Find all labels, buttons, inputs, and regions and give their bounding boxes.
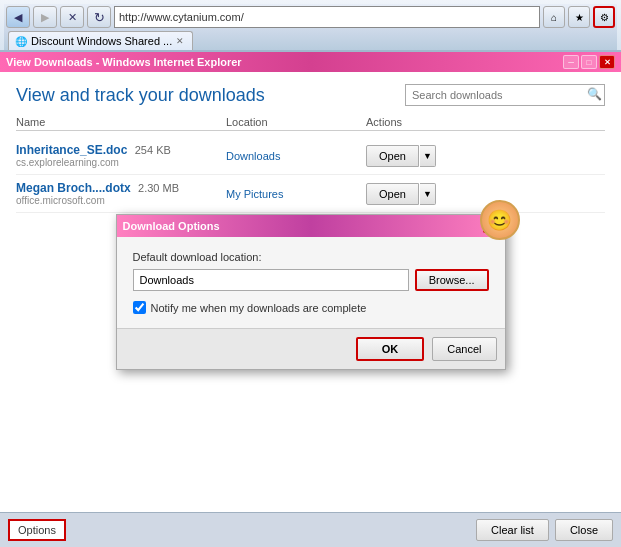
- dialog-title: Download Options: [123, 220, 220, 232]
- bottom-bar: Options Clear list Close: [0, 512, 621, 547]
- dialog-titlebar: Download Options ✕ 😊: [117, 215, 505, 237]
- notify-checkbox[interactable]: [133, 301, 146, 314]
- address-bar[interactable]: [114, 6, 540, 28]
- browser-topbar: ◀ ▶ ✕ ↻ ⌂ ★ ⚙ 🌐 Discount Windows Shared …: [0, 0, 621, 50]
- browse-button[interactable]: Browse...: [415, 269, 489, 291]
- inner-window-title: View Downloads - Windows Internet Explor…: [6, 56, 242, 68]
- stop-button[interactable]: ✕: [60, 6, 84, 28]
- inner-titlebar: View Downloads - Windows Internet Explor…: [0, 52, 621, 72]
- dialog-path-input[interactable]: [133, 269, 409, 291]
- downloads-area: View and track your downloads 🔍 Name Loc…: [0, 72, 621, 512]
- inner-close-button[interactable]: ✕: [599, 55, 615, 69]
- checkbox-row: Notify me when my downloads are complete: [133, 301, 489, 314]
- options-button[interactable]: Options: [8, 519, 66, 541]
- bottom-right-actions: Clear list Close: [476, 519, 613, 541]
- gear-button[interactable]: ⚙: [593, 6, 615, 28]
- tab-bar: 🌐 Discount Windows Shared ... ✕: [4, 31, 617, 50]
- tab-close-icon[interactable]: ✕: [176, 36, 184, 46]
- browser-tab[interactable]: 🌐 Discount Windows Shared ... ✕: [8, 31, 193, 50]
- browser-window: ◀ ▶ ✕ ↻ ⌂ ★ ⚙ 🌐 Discount Windows Shared …: [0, 0, 621, 547]
- refresh-button[interactable]: ↻: [87, 6, 111, 28]
- dialog-title-area: Download Options: [123, 220, 220, 232]
- ok-button[interactable]: OK: [356, 337, 425, 361]
- dialog-body: Default download location: Browse... Not…: [117, 237, 505, 328]
- dialog-overlay: Download Options ✕ 😊 Default download lo…: [0, 72, 621, 512]
- inner-minimize-button[interactable]: ─: [563, 55, 579, 69]
- dialog-location-label: Default download location:: [133, 251, 489, 263]
- ie-inner-window: View Downloads - Windows Internet Explor…: [0, 50, 621, 547]
- dialog-avatar: 😊: [480, 200, 520, 240]
- notify-label: Notify me when my downloads are complete: [151, 302, 367, 314]
- clear-list-button[interactable]: Clear list: [476, 519, 549, 541]
- nav-bar: ◀ ▶ ✕ ↻ ⌂ ★ ⚙: [4, 4, 617, 31]
- close-button[interactable]: Close: [555, 519, 613, 541]
- tab-label: Discount Windows Shared ...: [31, 35, 172, 47]
- back-button[interactable]: ◀: [6, 6, 30, 28]
- tab-favicon: 🌐: [15, 36, 27, 47]
- download-options-dialog: Download Options ✕ 😊 Default download lo…: [116, 214, 506, 370]
- inner-win-controls: ─ □ ✕: [563, 55, 615, 69]
- favorites-button[interactable]: ★: [568, 6, 590, 28]
- dialog-footer: OK Cancel: [117, 328, 505, 369]
- inner-maximize-button[interactable]: □: [581, 55, 597, 69]
- dialog-path-row: Browse...: [133, 269, 489, 291]
- cancel-button[interactable]: Cancel: [432, 337, 496, 361]
- home-button[interactable]: ⌂: [543, 6, 565, 28]
- forward-button[interactable]: ▶: [33, 6, 57, 28]
